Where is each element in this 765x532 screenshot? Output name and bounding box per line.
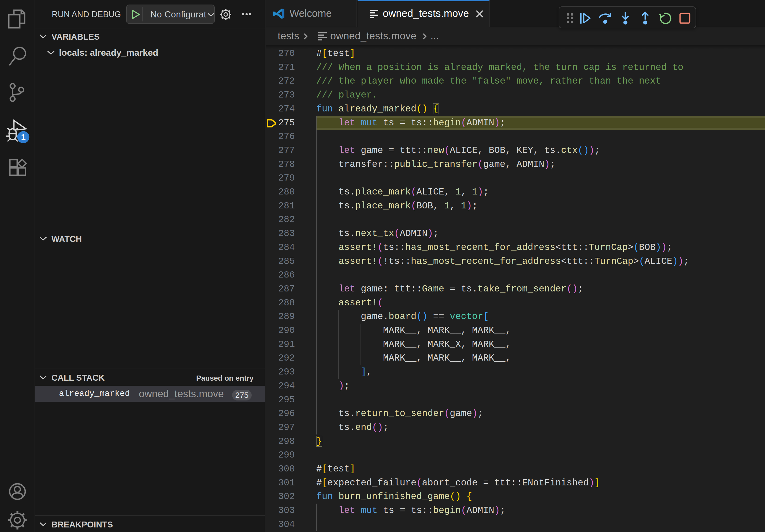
svg-text:1: 1 — [21, 133, 25, 142]
